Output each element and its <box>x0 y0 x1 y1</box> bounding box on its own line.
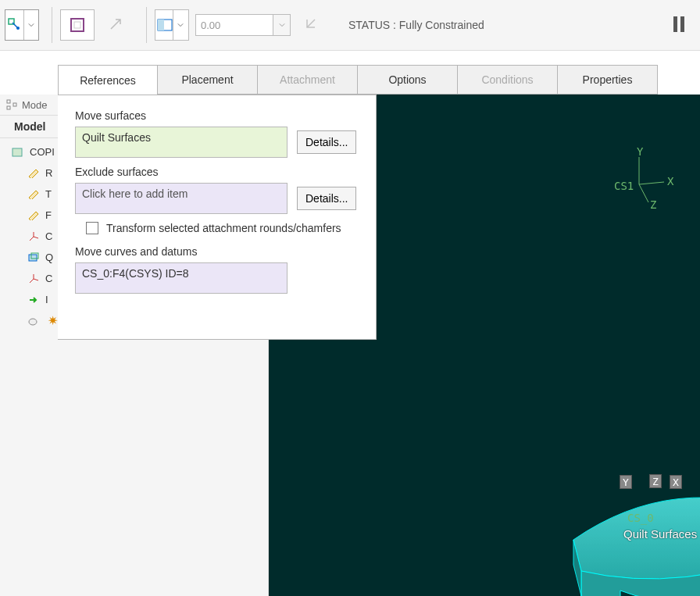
axis-tag-z: Z <box>649 474 662 488</box>
part-icon <box>11 145 25 159</box>
svg-rect-2 <box>74 22 80 28</box>
svg-text:Z: Z <box>650 198 656 211</box>
insert-icon <box>27 293 41 307</box>
details-button[interactable]: Details... <box>297 130 356 154</box>
move-surfaces-label: Move surfaces <box>75 109 362 122</box>
datum-icon <box>27 166 41 180</box>
tool-btn-1[interactable] <box>5 9 39 41</box>
svg-point-0 <box>16 27 20 30</box>
numeric-input[interactable]: 0.00 <box>195 14 273 36</box>
datum-icon <box>27 187 41 202</box>
exclude-surfaces-label: Exclude surfaces <box>75 166 362 178</box>
axis-tag-x: X <box>670 475 682 489</box>
checkbox[interactable] <box>86 222 98 234</box>
transform-checkbox-row[interactable]: Transform selected attachment rounds/cha… <box>86 222 362 234</box>
references-panel: Move surfaces Quilt Surfaces Details... … <box>58 95 377 340</box>
details-button[interactable]: Details... <box>297 187 356 210</box>
svg-rect-6 <box>680 16 684 32</box>
swap-icon <box>304 16 321 34</box>
svg-rect-5 <box>673 16 677 32</box>
separator <box>146 7 147 43</box>
tool-btn-arrow[interactable] <box>99 9 134 41</box>
svg-point-13 <box>29 319 37 325</box>
svg-text:Y: Y <box>637 145 644 158</box>
feature-icon <box>27 314 41 328</box>
model-geometry[interactable] <box>558 423 700 596</box>
move-icon <box>6 16 23 34</box>
svg-rect-4 <box>158 20 164 30</box>
corner-csys: Y X Z CS1 <box>616 149 678 214</box>
svg-rect-10 <box>12 148 22 156</box>
arrow-icon <box>108 16 125 34</box>
tree-icon <box>6 99 17 110</box>
svg-rect-7 <box>7 100 10 103</box>
chevron-down-icon[interactable] <box>173 10 187 40</box>
tool-btn-swap[interactable] <box>295 9 330 41</box>
numeric-input-wrap: 0.00 <box>195 14 291 36</box>
csys-icon <box>27 272 41 286</box>
svg-rect-8 <box>7 106 10 109</box>
tabs-row: References Placement Attachment Options … <box>58 65 700 95</box>
tab-options[interactable]: Options <box>358 65 458 95</box>
datum-icon <box>27 209 41 223</box>
svg-text:X: X <box>667 175 674 187</box>
model-csys-label: CS_0 <box>627 512 654 524</box>
exclude-surfaces-collector[interactable]: Click here to add item <box>75 183 288 214</box>
chevron-down-icon[interactable] <box>23 10 38 40</box>
panel-icon <box>157 19 173 31</box>
quilt-icon <box>27 251 41 265</box>
csys-icon <box>27 230 41 244</box>
tab-placement[interactable]: Placement <box>158 65 258 95</box>
svg-text:CS1: CS1 <box>614 180 634 192</box>
svg-line-15 <box>639 182 664 184</box>
pause-icon <box>672 16 686 33</box>
tab-properties[interactable]: Properties <box>558 65 658 95</box>
svg-rect-1 <box>71 19 84 31</box>
tab-references[interactable]: References <box>58 65 158 95</box>
move-surfaces-collector[interactable]: Quilt Surfaces <box>75 127 288 158</box>
axis-tag-y: Y <box>620 475 632 489</box>
pause-button[interactable] <box>672 16 691 34</box>
model-selection-label: Quilt Surfaces <box>623 527 697 541</box>
tab-attachment[interactable]: Attachment <box>258 65 358 95</box>
status-text: STATUS : Fully Constrained <box>348 19 484 31</box>
move-curves-collector[interactable]: CS_0:F4(CSYS) ID=8 <box>75 262 288 294</box>
tool-btn-frame[interactable] <box>60 9 95 41</box>
move-curves-label: Move curves and datums <box>75 245 362 258</box>
chevron-down-icon[interactable] <box>273 14 291 36</box>
top-toolbar: 0.00 STATUS : Fully Constrained <box>0 0 700 51</box>
separator <box>52 7 52 43</box>
frame-icon <box>70 17 85 33</box>
transform-checkbox-label: Transform selected attachment rounds/cha… <box>106 222 341 234</box>
svg-rect-9 <box>13 103 16 106</box>
svg-line-16 <box>639 184 648 202</box>
tool-btn-panel[interactable] <box>155 9 189 41</box>
svg-rect-11 <box>29 255 37 261</box>
tab-conditions[interactable]: Conditions <box>458 65 558 95</box>
